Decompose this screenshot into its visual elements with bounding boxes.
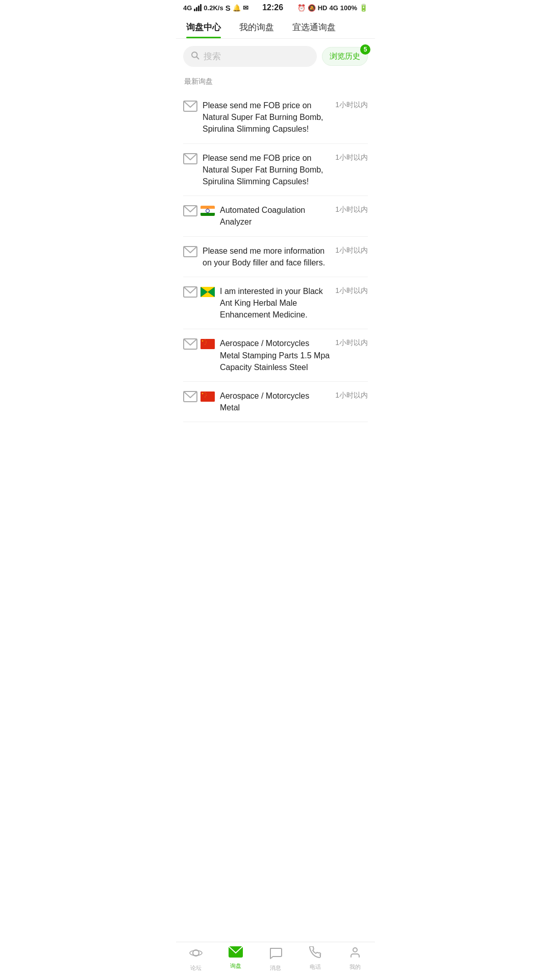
inquiry-text: Please send me FOB price on Natural Supe… bbox=[203, 154, 323, 186]
inquiry-time: 1小时以内 bbox=[335, 245, 368, 255]
inquiry-icons-6 bbox=[183, 337, 215, 350]
inquiry-time: 1小时以内 bbox=[335, 390, 368, 400]
mail-icon bbox=[183, 101, 197, 112]
bell-icon: 🔔 bbox=[233, 4, 241, 12]
inquiry-text: Aerospace / Motorcycles Metal Stamping P… bbox=[220, 339, 330, 371]
inquiry-content-2: Please send me FOB price on Natural Supe… bbox=[203, 152, 330, 188]
signal-bars bbox=[194, 4, 202, 11]
status-right: ⏰ 🔕 HD 4G 100% 🔋 bbox=[297, 4, 368, 12]
inquiry-content-4: Please send me more information on your … bbox=[203, 245, 330, 268]
svg-line-1 bbox=[197, 57, 199, 59]
inquiry-content-3: Automated Coagulation Analyzer bbox=[220, 204, 330, 228]
app-icon-s: S bbox=[226, 4, 231, 12]
mail-icon bbox=[183, 246, 197, 257]
inquiry-text: Automated Coagulation Analyzer bbox=[220, 206, 305, 226]
inquiry-time: 1小时以内 bbox=[335, 285, 368, 296]
status-bar: 4G 0.2K/s S 🔔 ✉ 12:26 ⏰ 🔕 HD 4G 100% 🔋 bbox=[176, 0, 375, 14]
inquiry-icons-2 bbox=[183, 152, 197, 164]
no-sound-icon: 🔕 bbox=[308, 4, 316, 12]
inquiry-icons-1 bbox=[183, 100, 197, 112]
inquiry-icons-4 bbox=[183, 245, 197, 257]
list-item[interactable]: Please send me FOB price on Natural Supe… bbox=[183, 144, 368, 197]
mail-icon bbox=[183, 338, 197, 350]
hd-label: HD bbox=[318, 4, 328, 12]
mail-icon bbox=[183, 153, 197, 164]
list-item[interactable]: Automated Coagulation Analyzer 1小时以内 bbox=[183, 196, 368, 236]
search-icon bbox=[190, 51, 199, 62]
inquiry-text: I am interested in your Black Ant King H… bbox=[220, 287, 323, 319]
search-row: 搜索 浏览历史 5 bbox=[176, 39, 375, 74]
mail-icon bbox=[183, 391, 197, 402]
inquiry-icons-5 bbox=[183, 285, 215, 298]
china-flag-icon bbox=[201, 339, 215, 349]
inquiry-content-5: I am interested in your Black Ant King H… bbox=[220, 285, 330, 321]
section-label: 最新询盘 bbox=[176, 74, 375, 91]
clock: 12:26 bbox=[262, 3, 283, 12]
speed-label: 0.2K/s bbox=[204, 4, 223, 12]
inquiry-content-6: Aerospace / Motorcycles Metal Stamping P… bbox=[220, 337, 330, 373]
mail-icon bbox=[183, 286, 197, 298]
inquiry-text: Please send me FOB price on Natural Supe… bbox=[203, 101, 323, 133]
search-placeholder: 搜索 bbox=[204, 51, 221, 62]
browse-history-button[interactable]: 浏览历史 5 bbox=[322, 47, 368, 66]
tab-bar: 询盘中心 我的询盘 宜选通询盘 bbox=[176, 14, 375, 39]
main-content: 搜索 浏览历史 5 最新询盘 Please send me FOB price … bbox=[176, 39, 375, 463]
browse-history-badge: 5 bbox=[360, 44, 370, 55]
inquiry-time: 1小时以内 bbox=[335, 152, 368, 162]
inquiry-text: Aerospace / Motorcycles Metal bbox=[220, 391, 309, 412]
battery-label: 100% bbox=[340, 4, 357, 12]
lte-label: 4G bbox=[329, 4, 338, 12]
mail-icon bbox=[183, 205, 197, 216]
china-flag-icon-2 bbox=[201, 391, 215, 402]
network-label: 4G bbox=[183, 4, 192, 12]
status-left: 4G 0.2K/s S 🔔 ✉ bbox=[183, 4, 248, 12]
list-item[interactable]: Please send me FOB price on Natural Supe… bbox=[183, 91, 368, 144]
inquiry-content-7: Aerospace / Motorcycles Metal bbox=[220, 390, 330, 413]
india-flag-icon bbox=[201, 206, 215, 216]
jamaica-flag-icon bbox=[201, 287, 215, 297]
list-item[interactable]: I am interested in your Black Ant King H… bbox=[183, 277, 368, 330]
browse-history-label: 浏览历史 bbox=[330, 52, 360, 61]
inquiry-time: 1小时以内 bbox=[335, 337, 368, 348]
tab-selected-inquiries[interactable]: 宜选通询盘 bbox=[292, 14, 336, 38]
inquiry-list: Please send me FOB price on Natural Supe… bbox=[176, 91, 375, 422]
svg-point-0 bbox=[192, 52, 197, 58]
list-item[interactable]: Please send me more information on your … bbox=[183, 237, 368, 277]
inquiry-content-1: Please send me FOB price on Natural Supe… bbox=[203, 100, 330, 135]
list-item[interactable]: Aerospace / Motorcycles Metal 1小时以内 bbox=[183, 382, 368, 422]
battery-icon: 🔋 bbox=[359, 4, 368, 12]
search-box[interactable]: 搜索 bbox=[183, 46, 317, 67]
list-item[interactable]: Aerospace / Motorcycles Metal Stamping P… bbox=[183, 329, 368, 382]
mail-status-icon: ✉ bbox=[243, 4, 248, 12]
inquiry-time: 1小时以内 bbox=[335, 100, 368, 110]
inquiry-icons-7 bbox=[183, 390, 215, 402]
inquiry-icons-3 bbox=[183, 204, 215, 216]
tab-inquiry-center[interactable]: 询盘中心 bbox=[186, 14, 221, 38]
tab-my-inquiries[interactable]: 我的询盘 bbox=[239, 14, 274, 38]
alarm-icon: ⏰ bbox=[297, 4, 306, 12]
inquiry-text: Please send me more information on your … bbox=[203, 247, 325, 267]
inquiry-time: 1小时以内 bbox=[335, 204, 368, 214]
